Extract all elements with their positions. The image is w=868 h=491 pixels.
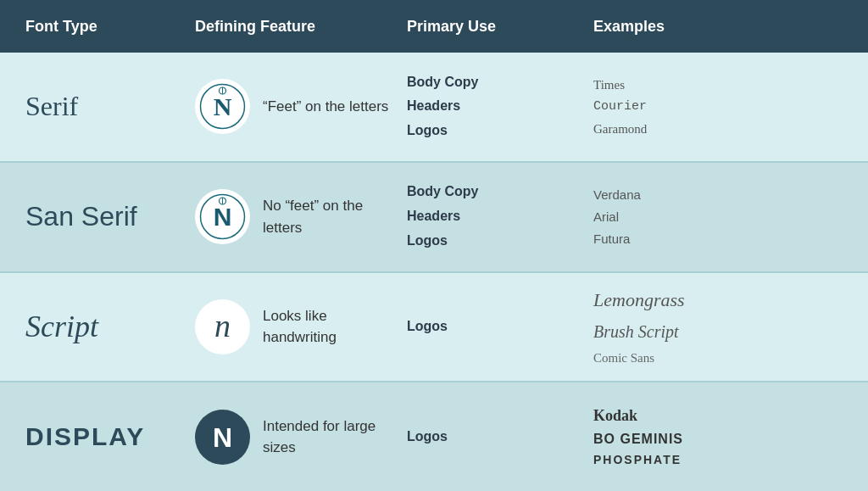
- script-defining-text: Looks like handwriting: [263, 305, 390, 349]
- col-header-defining-feature: Defining Feature: [186, 18, 398, 36]
- sans-icon-circle: N: [195, 189, 250, 244]
- svg-text:N: N: [213, 422, 232, 453]
- cell-script-examples: Lemongrass Brush Script Comic Sans: [585, 276, 851, 378]
- display-example-1: Kodak: [593, 405, 683, 427]
- cell-display-font-type: DISPLAY: [17, 414, 186, 460]
- script-examples: Lemongrass Brush Script Comic Sans: [593, 284, 685, 370]
- cell-sans-font-type: San Serif: [17, 192, 186, 241]
- sans-example-3: Futura: [593, 229, 641, 249]
- cell-display-primary-use: Logos: [398, 416, 585, 458]
- display-icon-circle: N: [195, 410, 250, 465]
- display-n-icon: N: [199, 414, 246, 460]
- sans-n-icon: N: [199, 193, 246, 240]
- cell-sans-examples: Verdana Arial Futura: [585, 176, 851, 258]
- cell-serif-defining: N “Feet” on the letters: [186, 70, 398, 142]
- display-example-2: BO GEMINIS: [593, 429, 683, 449]
- display-primary-use: Logos: [407, 425, 448, 449]
- table-row-script: Script n Looks like handwriting Logos: [0, 273, 868, 383]
- sans-label: San Serif: [25, 201, 137, 232]
- cell-serif-examples: Times Courier Garamond: [585, 66, 851, 148]
- display-example-3: PHOSPHATE: [593, 451, 683, 469]
- serif-defining-text: “Feet” on the letters: [263, 96, 388, 118]
- sans-defining-text: No “feet” on the letters: [263, 195, 390, 238]
- serif-example-1: Times: [593, 75, 647, 95]
- sans-primary-use: Body Copy Headers Logos: [407, 180, 478, 253]
- cell-display-examples: Kodak BO GEMINIS PHOSPHATE: [585, 396, 851, 477]
- cell-script-defining: n Looks like handwriting: [186, 291, 398, 363]
- svg-text:N: N: [214, 92, 232, 120]
- cell-script-primary-use: Logos: [398, 306, 585, 348]
- script-icon-circle: n: [195, 299, 250, 354]
- serif-primary-use: Body Copy Headers Logos: [407, 70, 478, 143]
- display-defining-text: Intended for large sizes: [263, 416, 390, 459]
- script-example-3: Comic Sans: [593, 348, 685, 370]
- serif-example-3: Garamond: [593, 119, 647, 139]
- sans-example-1: Verdana: [593, 185, 641, 205]
- script-example-2: Brush Script: [593, 317, 685, 346]
- svg-text:N: N: [214, 203, 232, 231]
- col-header-font-type: Font Type: [17, 18, 186, 36]
- col-header-examples: Examples: [585, 18, 851, 36]
- cell-sans-primary-use: Body Copy Headers Logos: [398, 171, 585, 261]
- script-primary-use: Logos: [407, 315, 448, 339]
- table-header: Font Type Defining Feature Primary Use E…: [0, 0, 868, 53]
- cell-script-font-type: Script: [17, 300, 186, 353]
- table-row-serif: Serif N “Feet” on the letters: [0, 53, 868, 163]
- font-types-table: Font Type Defining Feature Primary Use E…: [0, 0, 868, 491]
- table-body: Serif N “Feet” on the letters: [0, 53, 868, 491]
- sans-example-2: Arial: [593, 207, 641, 227]
- serif-n-icon: N: [199, 83, 246, 130]
- cell-sans-defining: N No “feet” on the letters: [186, 181, 398, 253]
- script-example-1: Lemongrass: [593, 284, 685, 315]
- table-row-display: DISPLAY N Intended for large sizes Logos: [0, 382, 868, 491]
- script-label: Script: [25, 309, 98, 344]
- display-examples: Kodak BO GEMINIS PHOSPHATE: [593, 405, 683, 469]
- col-header-primary-use: Primary Use: [398, 18, 585, 36]
- cell-serif-font-type: Serif: [17, 82, 186, 131]
- serif-icon-circle: N: [195, 79, 250, 134]
- script-n-icon: n: [199, 304, 246, 350]
- table-row-sans-serif: San Serif N No “feet” on the letters Bod…: [0, 163, 868, 273]
- sans-examples: Verdana Arial Futura: [593, 185, 641, 249]
- serif-example-2: Courier: [593, 97, 647, 117]
- cell-display-defining: N Intended for large sizes: [186, 401, 398, 473]
- serif-examples: Times Courier Garamond: [593, 75, 647, 139]
- display-label: DISPLAY: [25, 422, 145, 451]
- cell-serif-primary-use: Body Copy Headers Logos: [398, 62, 585, 152]
- serif-label: Serif: [25, 91, 78, 122]
- svg-text:n: n: [214, 308, 231, 343]
